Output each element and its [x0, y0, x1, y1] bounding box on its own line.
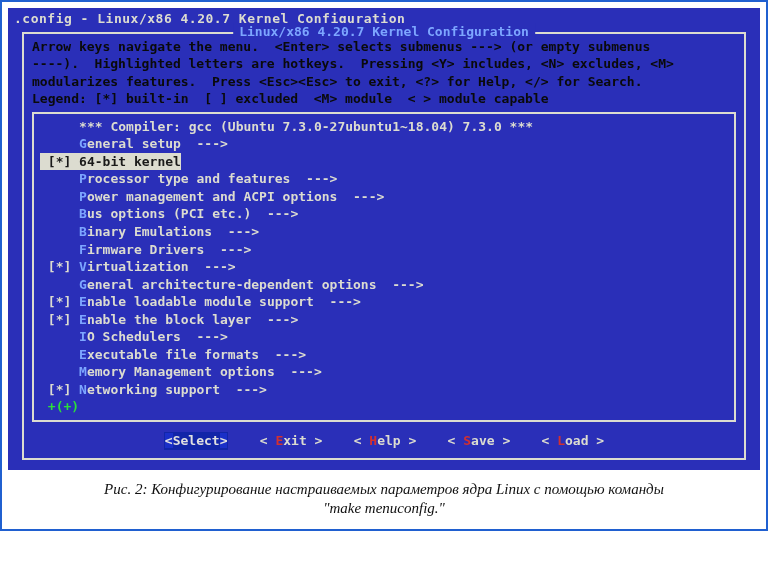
instruction-line: ----). Highlighted letters are hotkeys. …	[32, 55, 736, 73]
button-row: Select Exit Help Save Load	[32, 422, 736, 450]
menu-item[interactable]: Firmware Drivers --->	[40, 241, 728, 259]
menu-panel: *** Compiler: gcc (Ubuntu 7.3.0-27ubuntu…	[32, 112, 736, 422]
panel-caption: Linux/x86 4.20.7 Kernel Configuration	[233, 23, 535, 41]
help-button[interactable]: Help	[354, 432, 417, 450]
exit-button[interactable]: Exit	[260, 432, 323, 450]
instruction-line: modularizes features. Press <Esc><Esc> t…	[32, 73, 736, 91]
menu-item[interactable]: [*]Enable loadable module support --->	[40, 293, 728, 311]
load-button[interactable]: Load	[542, 432, 605, 450]
menu-item[interactable]: [*]Networking support --->	[40, 381, 728, 399]
save-button[interactable]: Save	[448, 432, 511, 450]
select-button[interactable]: Select	[164, 432, 229, 450]
menu-item[interactable]: Binary Emulations --->	[40, 223, 728, 241]
menu-item[interactable]: [*]Virtualization --->	[40, 258, 728, 276]
menu-item[interactable]: Bus options (PCI etc.) --->	[40, 205, 728, 223]
menu-item[interactable]: Processor type and features --->	[40, 170, 728, 188]
figure-caption: Рис. 2: Конфигурирование настраиваемых п…	[8, 470, 760, 523]
figure-wrap: .config - Linux/x86 4.20.7 Kernel Config…	[0, 0, 768, 531]
menu-item[interactable]: IO Schedulers --->	[40, 328, 728, 346]
main-panel: Linux/x86 4.20.7 Kernel Configuration Ar…	[22, 32, 746, 460]
menu-item[interactable]: [*]Enable the block layer --->	[40, 311, 728, 329]
menu-item[interactable]: [*]64-bit kernel	[40, 153, 728, 171]
instruction-line: Legend: [*] built-in [ ] excluded <M> mo…	[32, 90, 736, 108]
menu-item[interactable]: Power management and ACPI options --->	[40, 188, 728, 206]
instructions: Arrow keys navigate the menu. <Enter> se…	[32, 38, 736, 108]
menu-item[interactable]: General architecture-dependent options -…	[40, 276, 728, 294]
compiler-banner: *** Compiler: gcc (Ubuntu 7.3.0-27ubuntu…	[40, 118, 728, 136]
terminal-window: .config - Linux/x86 4.20.7 Kernel Config…	[8, 8, 760, 470]
menu-item[interactable]: General setup --->	[40, 135, 728, 153]
scroll-indicator: +(+)	[40, 398, 728, 416]
instruction-line: Arrow keys navigate the menu. <Enter> se…	[32, 38, 736, 56]
menu-item[interactable]: Memory Management options --->	[40, 363, 728, 381]
menu-item[interactable]: Executable file formats --->	[40, 346, 728, 364]
